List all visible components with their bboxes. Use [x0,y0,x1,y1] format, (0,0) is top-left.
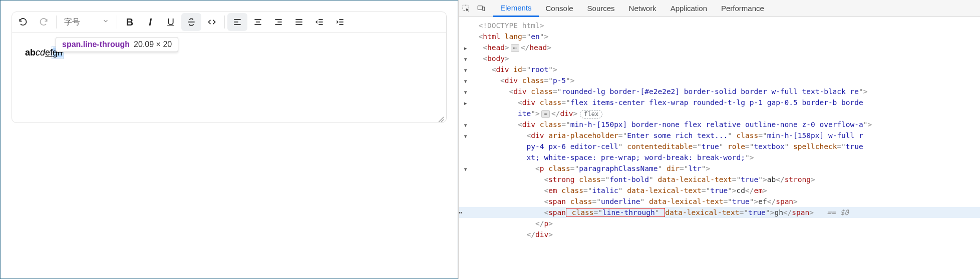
editor-toolbar: 字号 B I U [12,12,446,32]
tooltip-selector: span.line-through [62,40,130,48]
fontsize-label: 字号 [64,17,80,28]
dom-line[interactable]: ▸ <div class="flex items-center flex-wra… [459,97,980,108]
element-tooltip: span.line-through20.09 × 20 [56,37,178,52]
dom-line[interactable]: <em class="italic" data-lexical-text="tr… [459,185,980,196]
indent-button[interactable] [330,13,350,31]
dom-tree[interactable]: <!DOCTYPE html> <html lang="en">▸ <head>… [459,17,980,279]
separator [117,16,117,28]
tooltip-dimensions: 20.09 × 20 [134,40,172,48]
tab-network[interactable]: Network [622,0,664,17]
separator [56,16,57,28]
dom-line[interactable]: <strong class="font-bold" data-lexical-t… [459,174,980,185]
undo-button[interactable] [13,13,33,31]
dom-line[interactable]: ▾ <div class="min-h-[150px] border-none … [459,119,980,130]
devtools-tabbar: Elements Console Sources Network Applica… [459,0,980,17]
device-toggle-icon[interactable] [474,1,489,16]
dom-line[interactable]: ▾ <div class="rounded-lg border-[#e2e2e2… [459,86,980,97]
code-button[interactable] [202,13,222,31]
dom-line[interactable]: xt; white-space: pre-wrap; word-break: b… [459,152,980,163]
tab-sources[interactable]: Sources [580,0,622,17]
dom-line[interactable]: ▾ <div class="p-5"> [459,75,980,86]
redo-button[interactable] [34,13,54,31]
dom-line[interactable]: ite">⋯</div>flex [459,108,980,119]
underline-button[interactable]: U [161,13,181,31]
separator [491,3,491,14]
dom-line[interactable]: <span class="underline" data-lexical-tex… [459,196,980,207]
svg-line-19 [439,117,444,122]
tab-performance[interactable]: Performance [714,0,771,17]
text-underline: ef [45,48,53,58]
tab-application[interactable]: Application [664,0,714,17]
strikethrough-button[interactable] [181,13,201,31]
dom-line[interactable]: ⋯ <span class="line-through" data-lexica… [459,207,980,218]
align-center-button[interactable] [248,13,268,31]
align-justify-button[interactable] [289,13,309,31]
dom-line[interactable]: </div> [459,229,980,240]
inspect-icon[interactable] [459,1,474,16]
svg-rect-22 [478,6,482,10]
align-right-button[interactable] [268,13,288,31]
chevron-down-icon [102,18,109,26]
dom-line[interactable]: ▾ <body> [459,53,980,64]
svg-rect-23 [483,7,485,11]
tab-console[interactable]: Console [539,0,580,17]
dom-line[interactable]: <!DOCTYPE html> [459,20,980,31]
dom-line[interactable]: ▸ <head>⋯</head> [459,42,980,53]
dom-line[interactable]: <html lang="en"> [459,31,980,42]
dom-line[interactable]: </p> [459,218,980,229]
textarea-resize-icon[interactable] [437,114,444,120]
fontsize-dropdown[interactable]: 字号 [59,13,114,31]
devtools: Elements Console Sources Network Applica… [458,0,980,279]
italic-button[interactable]: I [140,13,160,31]
editor-container: 字号 B I U [12,12,447,123]
dom-line[interactable]: ▾ <div aria-placeholder="Enter some rich… [459,130,980,141]
dom-line[interactable]: ▾ <p class="paragraphClassName" dir="ltr… [459,163,980,174]
separator [224,16,225,28]
dom-line[interactable]: ▾ <div id="root"> [459,64,980,75]
tab-elements[interactable]: Elements [493,0,539,17]
outdent-button[interactable] [309,13,330,31]
align-left-button[interactable] [227,13,247,31]
bold-button[interactable]: B [120,13,140,31]
dom-line[interactable]: py-4 px-6 editor-cell" contenteditable="… [459,141,980,152]
text-bold: ab [25,48,36,58]
app-page: 字号 B I U [0,0,458,279]
text-italic: cd [36,48,45,58]
svg-line-20 [441,120,444,122]
